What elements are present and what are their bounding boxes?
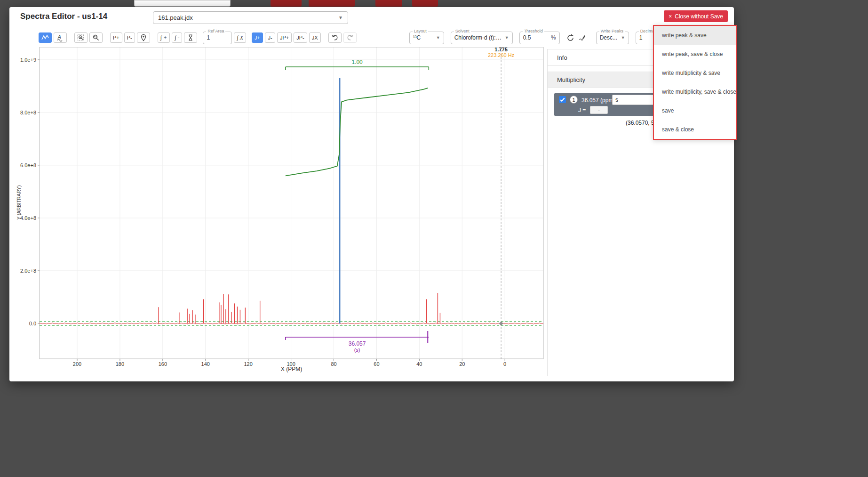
cut-off-input[interactable] — [134, 0, 231, 7]
redo-button[interactable] — [343, 32, 357, 43]
solvent-label: Solvent — [454, 29, 471, 33]
multiplet-index-badge: 1 — [570, 96, 578, 104]
peaks-add-button[interactable]: P+ — [110, 32, 122, 43]
j-remove-button[interactable]: J- — [265, 32, 275, 43]
pin-tool-button[interactable] — [137, 32, 150, 43]
multiplet-type: (s) — [354, 347, 360, 353]
file-select-value: 161.peak.jdx — [158, 14, 193, 21]
threshold-label: Threshold — [523, 29, 544, 33]
zoom-reset-icon — [92, 34, 100, 41]
svg-text:40: 40 — [416, 361, 422, 367]
svg-text:160: 160 — [159, 361, 167, 367]
jp-remove-button[interactable]: JP- — [294, 32, 307, 43]
integral-clear-button[interactable]: ∫ X — [234, 32, 246, 43]
pin-icon — [140, 34, 147, 41]
chevron-down-icon: ▼ — [434, 35, 440, 40]
multiplicity-header-label: Multiplicity — [557, 76, 585, 83]
menu-item-save-close[interactable]: save & close — [654, 120, 736, 139]
redo-icon — [346, 34, 354, 41]
j-add-button[interactable]: J+ — [252, 32, 263, 43]
svg-text:200: 200 — [73, 361, 81, 367]
j-label: J = — [578, 107, 586, 113]
menu-item-write-peak-save-close[interactable]: write peak, save & close — [654, 45, 736, 64]
cut-off-button-1[interactable] — [271, 0, 302, 7]
svg-text:2.0e+8: 2.0e+8 — [20, 268, 36, 274]
integral-label: 1.00 — [351, 59, 363, 65]
cut-off-button-3[interactable] — [375, 0, 402, 7]
save-options-menu: write peak & save write peak, save & clo… — [653, 25, 737, 140]
hourglass-icon — [187, 34, 194, 41]
close-without-save-button[interactable]: × Close without Save — [664, 10, 728, 22]
menu-item-write-peak-save[interactable]: write peak & save — [654, 26, 736, 45]
ref-area-field[interactable]: Ref Area — [203, 32, 232, 44]
chevron-down-icon: ▼ — [619, 35, 625, 40]
j-value-box[interactable]: - — [590, 106, 608, 114]
refresh-icon — [566, 34, 574, 42]
multiplet-shift: 36.057 (ppm) — [581, 97, 615, 104]
integral-curve — [286, 88, 428, 176]
toolbar: A P+ P- ∫ + ∫ - Ref Area ∫ X J+ J- JP+ J… — [39, 31, 686, 45]
jp-add-button[interactable]: JP+ — [277, 32, 292, 43]
write-peaks-value: Desc... — [600, 34, 619, 41]
crosshair-ppm-label: 1.775 — [494, 47, 508, 52]
svg-text:120: 120 — [244, 361, 252, 367]
auto-peaks-icon: A — [56, 34, 64, 41]
close-label: Close without Save — [675, 13, 723, 20]
page-title: Spectra Editor - us1-14 — [20, 12, 107, 21]
chevron-down-icon: ▼ — [502, 35, 509, 40]
crosshair-hz-label: 223.260 Hz — [488, 52, 514, 58]
multiplet-checkbox[interactable] — [559, 96, 566, 103]
line-chart-tool-button[interactable] — [39, 32, 52, 43]
svg-text:0: 0 — [503, 361, 506, 367]
decimal-value: 1 — [639, 34, 651, 41]
signature-icon — [578, 34, 587, 41]
x-axis-label: X (PPM) — [281, 366, 302, 372]
write-peaks-select[interactable]: Write Peaks Desc... ▼ — [596, 32, 629, 44]
undo-button[interactable] — [328, 32, 342, 43]
svg-text:1.0e+9: 1.0e+9 — [20, 57, 36, 63]
svg-text:0.0: 0.0 — [29, 321, 36, 326]
threshold-input[interactable] — [523, 34, 539, 41]
chevron-down-icon: ▼ — [338, 15, 343, 20]
auto-peak-picking-button[interactable]: A — [54, 32, 67, 43]
svg-text:A: A — [57, 34, 61, 40]
peaks-remove-button[interactable]: P- — [124, 32, 135, 43]
crosshair-marker — [499, 321, 503, 325]
cut-off-button-2[interactable] — [309, 0, 355, 7]
svg-text:180: 180 — [116, 361, 124, 367]
menu-item-save[interactable]: save — [654, 101, 736, 120]
zoom-in-icon — [77, 34, 85, 41]
cut-off-button-4[interactable] — [412, 0, 438, 7]
svg-text:6.0e+8: 6.0e+8 — [20, 162, 36, 168]
layout-label: Layout — [413, 29, 428, 33]
ref-area-input[interactable] — [207, 34, 228, 41]
integral-remove-button[interactable]: ∫ - — [172, 32, 182, 43]
threshold-field[interactable]: Threshold % — [519, 32, 560, 44]
y-axis-label: Y (ARBITRARY) — [16, 186, 22, 220]
svg-text:80: 80 — [331, 361, 336, 367]
integral-add-button[interactable]: ∫ + — [158, 32, 170, 43]
jx-button[interactable]: JX — [309, 32, 321, 43]
solvent-select[interactable]: Solvent Chloroform-d (t): 7... ▼ — [451, 32, 513, 44]
svg-text:20: 20 — [459, 361, 465, 367]
hourglass-button[interactable] — [184, 32, 197, 43]
write-assignment-button[interactable] — [577, 32, 588, 43]
svg-text:8.0e+8: 8.0e+8 — [20, 110, 36, 115]
info-header-label: Info — [557, 54, 567, 61]
line-chart-icon — [41, 34, 49, 41]
layout-select[interactable]: Layout ¹³C ▼ — [409, 32, 444, 44]
multiplet-label: 36.057 — [349, 340, 366, 347]
menu-item-write-multiplicity-save[interactable]: write multiplicity & save — [654, 64, 736, 82]
svg-text:4.0e+8: 4.0e+8 — [20, 215, 36, 221]
spectrum-chart[interactable]: 1.0036.057(s)1.775223.260 Hz200180160140… — [16, 47, 547, 382]
check-icon — [559, 96, 566, 103]
write-peaks-label: Write Peaks — [599, 29, 625, 33]
zoom-reset-button[interactable] — [89, 32, 103, 43]
undo-icon — [331, 34, 339, 41]
threshold-suffix: % — [548, 34, 556, 41]
refresh-button[interactable] — [565, 32, 575, 43]
file-select[interactable]: 161.peak.jdx ▼ — [153, 11, 348, 24]
zoom-area-tool-button[interactable] — [74, 32, 88, 43]
menu-item-write-multiplicity-save-close[interactable]: write multiplicity, save & close — [654, 82, 736, 101]
svg-text:60: 60 — [374, 361, 379, 367]
